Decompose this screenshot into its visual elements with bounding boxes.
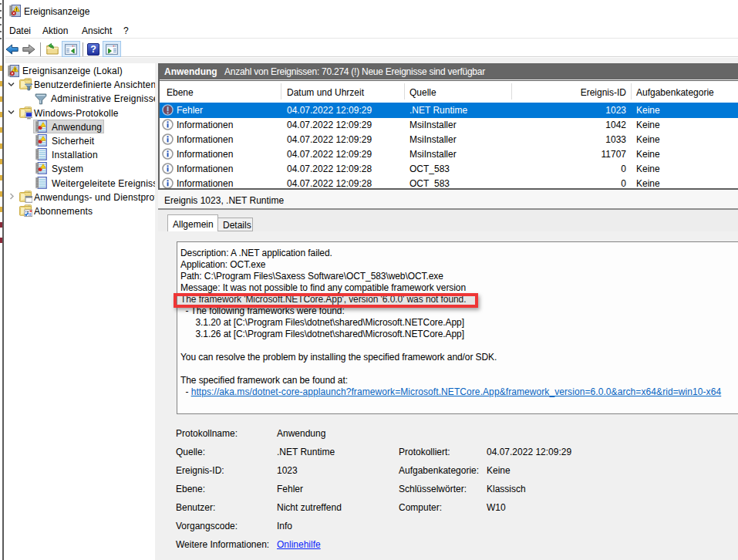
svg-text:?: ?: [90, 44, 96, 55]
